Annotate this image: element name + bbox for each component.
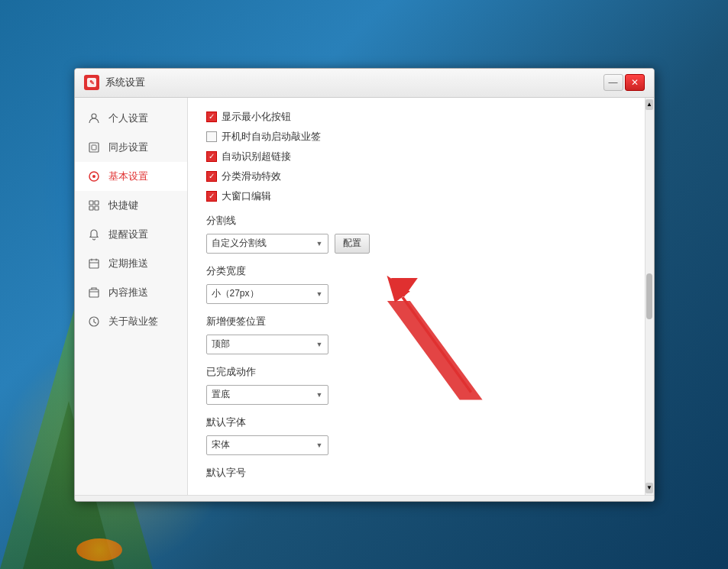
- svg-rect-11: [89, 260, 99, 268]
- close-button[interactable]: ✕: [625, 74, 645, 91]
- checkbox-show-minimize[interactable]: 显示最小化按钮: [206, 110, 626, 124]
- sidebar-item-sync[interactable]: 同步设置: [75, 133, 187, 162]
- default-font-dropdown[interactable]: 宋体 ▼: [206, 435, 328, 455]
- default-font-arrow: ▼: [316, 441, 323, 449]
- checkbox-auto-links-box[interactable]: [206, 151, 217, 162]
- new-tab-position-dropdown[interactable]: 顶部 ▼: [206, 335, 328, 354]
- checkbox-large-window-box[interactable]: [206, 191, 217, 202]
- checkbox-show-minimize-box[interactable]: [206, 112, 217, 122]
- svg-point-6: [92, 175, 95, 178]
- scroll-down-button[interactable]: ▼: [645, 483, 653, 493]
- svg-rect-4: [92, 145, 96, 150]
- clock-icon: [87, 315, 101, 328]
- settings-dialog: ✎ 系统设置 — ✕ 个人设置: [74, 68, 655, 502]
- checkbox-auto-startup-box[interactable]: [206, 131, 217, 142]
- right-panel: 显示最小化按钮 开机时自动启动敲业签 自动识别超链接 分类滑动特效 大窗口编辑 …: [188, 98, 645, 495]
- window-title: 系统设置: [105, 76, 145, 89]
- default-font-row: 宋体 ▼: [206, 435, 626, 455]
- calendar-icon: [87, 257, 101, 270]
- category-width-label: 分类宽度: [206, 264, 626, 278]
- checkbox-auto-startup-label: 开机时自动启动敲业签: [222, 130, 321, 144]
- svg-rect-7: [89, 201, 93, 205]
- checkbox-large-window[interactable]: 大窗口编辑: [206, 189, 626, 203]
- checkbox-auto-startup[interactable]: 开机时自动启动敲业签: [206, 130, 626, 144]
- sidebar-item-content[interactable]: 内容推送: [75, 278, 187, 307]
- svg-text:✎: ✎: [89, 79, 94, 86]
- sidebar-item-about[interactable]: 关于敲业签: [75, 307, 187, 336]
- grid-icon: [87, 199, 101, 212]
- default-size-label: 默认字号: [206, 466, 626, 480]
- svg-rect-10: [95, 206, 99, 210]
- checkbox-category-scroll-box[interactable]: [206, 171, 217, 182]
- category-width-value: 小（27px）: [212, 287, 259, 300]
- checkbox-category-scroll[interactable]: 分类滑动特效: [206, 170, 626, 183]
- sidebar-label-shortcut: 快捷键: [108, 199, 138, 212]
- done-action-value: 置底: [212, 388, 230, 401]
- svg-point-2: [92, 114, 96, 118]
- scroll-thumb[interactable]: [646, 273, 652, 319]
- category-width-arrow: ▼: [316, 290, 323, 298]
- sidebar-label-content: 内容推送: [108, 286, 148, 299]
- window-controls: — ✕: [603, 74, 645, 91]
- sidebar-item-personal[interactable]: 个人设置: [75, 104, 187, 133]
- new-tab-position-value: 顶部: [212, 338, 230, 351]
- app-icon: ✎: [84, 75, 99, 90]
- checkbox-category-scroll-label: 分类滑动特效: [222, 170, 281, 183]
- new-tab-position-label: 新增便签位置: [206, 315, 626, 328]
- category-width-dropdown[interactable]: 小（27px） ▼: [206, 284, 328, 304]
- checkbox-auto-links[interactable]: 自动识别超链接: [206, 150, 626, 163]
- sidebar-label-about: 关于敲业签: [108, 315, 158, 328]
- svg-rect-8: [95, 201, 99, 205]
- person-icon: [87, 112, 101, 125]
- minimize-button[interactable]: —: [603, 74, 623, 91]
- sidebar-label-sync: 同步设置: [108, 141, 148, 154]
- divider-line-value: 自定义分割线: [212, 237, 267, 250]
- category-width-row: 小（27px） ▼: [206, 284, 626, 304]
- svg-rect-12: [89, 289, 99, 297]
- sidebar: 个人设置 同步设置: [75, 98, 188, 495]
- new-tab-arrow: ▼: [316, 341, 323, 348]
- sidebar-item-basic[interactable]: 基本设置: [75, 162, 187, 191]
- sync-icon: [87, 141, 101, 154]
- target-icon: [87, 170, 101, 183]
- scroll-up-button[interactable]: ▲: [645, 99, 653, 110]
- default-font-label: 默认字体: [206, 415, 626, 429]
- done-action-row: 置底 ▼: [206, 385, 626, 405]
- box-icon: [87, 286, 101, 299]
- sidebar-item-reminder[interactable]: 提醒设置: [75, 220, 187, 249]
- checkbox-large-window-label: 大窗口编辑: [222, 189, 271, 203]
- checkbox-auto-links-label: 自动识别超链接: [222, 150, 291, 163]
- svg-rect-9: [89, 206, 93, 210]
- new-tab-position-row: 顶部 ▼: [206, 335, 626, 354]
- sidebar-label-personal: 个人设置: [108, 112, 148, 125]
- divider-line-dropdown[interactable]: 自定义分割线 ▼: [206, 234, 328, 254]
- done-action-dropdown[interactable]: 置底 ▼: [206, 385, 328, 405]
- sidebar-label-scheduled: 定期推送: [108, 257, 148, 270]
- divider-line-row: 自定义分割线 ▼ 配置: [206, 234, 626, 254]
- checkbox-show-minimize-label: 显示最小化按钮: [222, 110, 291, 124]
- divider-line-label: 分割线: [206, 214, 626, 228]
- config-button[interactable]: 配置: [335, 234, 370, 254]
- main-content: 个人设置 同步设置: [75, 98, 654, 495]
- default-font-value: 宋体: [212, 438, 230, 451]
- sidebar-label-basic: 基本设置: [108, 170, 148, 183]
- sidebar-item-scheduled[interactable]: 定期推送: [75, 249, 187, 278]
- title-bar: ✎ 系统设置 — ✕: [75, 69, 654, 98]
- done-action-arrow: ▼: [316, 391, 323, 399]
- svg-rect-3: [89, 143, 99, 152]
- sidebar-item-shortcut[interactable]: 快捷键: [75, 191, 187, 220]
- sidebar-label-reminder: 提醒设置: [108, 228, 148, 241]
- scrollbar: ▲ ▼: [645, 98, 654, 495]
- dialog-bottom: [75, 495, 654, 501]
- bell-icon: [87, 228, 101, 241]
- done-action-label: 已完成动作: [206, 365, 626, 379]
- divider-dropdown-arrow: ▼: [316, 240, 323, 247]
